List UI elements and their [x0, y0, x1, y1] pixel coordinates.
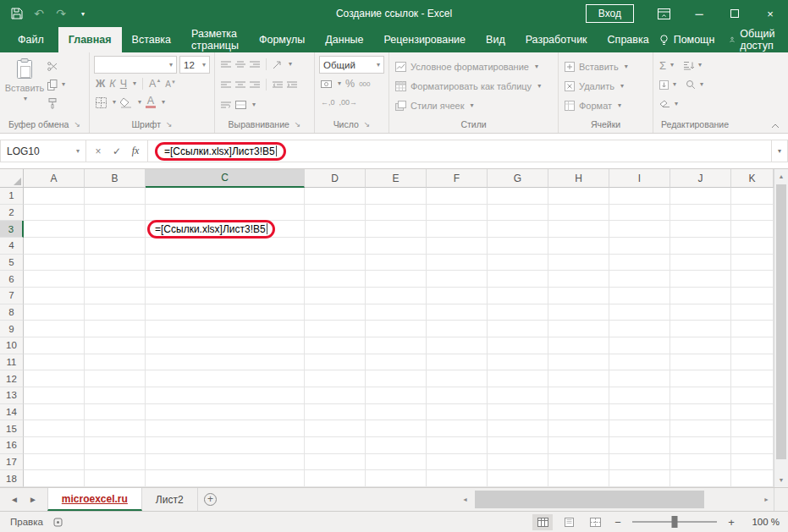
cell-J14[interactable] [670, 404, 731, 421]
cell-E4[interactable] [366, 238, 427, 255]
cell-B9[interactable] [85, 321, 146, 337]
cell-C15[interactable] [146, 420, 305, 437]
cell-E18[interactable] [366, 470, 427, 487]
row-header-10[interactable]: 10 [0, 337, 24, 354]
cell-F10[interactable] [427, 337, 488, 354]
accounting-format-button[interactable] [321, 80, 332, 88]
clear-button[interactable] [659, 100, 670, 108]
column-header-D[interactable]: D [305, 169, 366, 188]
cell-D3[interactable] [305, 221, 366, 238]
cell-J11[interactable] [670, 354, 731, 371]
cell-G15[interactable] [488, 420, 548, 437]
cell-H8[interactable] [548, 304, 609, 321]
cell-J13[interactable] [670, 387, 731, 404]
font-color-button[interactable]: А [146, 96, 156, 108]
grow-font-button[interactable]: А▲ [149, 78, 161, 90]
cell-I17[interactable] [609, 454, 670, 471]
cell-E12[interactable] [366, 370, 427, 387]
column-header-F[interactable]: F [427, 169, 488, 188]
cell-K11[interactable] [731, 354, 774, 371]
cell-F8[interactable] [427, 304, 488, 321]
collapse-ribbon-icon[interactable] [771, 123, 780, 129]
cell-C14[interactable] [146, 404, 305, 421]
cell-G16[interactable] [488, 437, 548, 454]
cell-E13[interactable] [366, 387, 427, 404]
cell-D11[interactable] [305, 354, 366, 371]
cell-J2[interactable] [670, 205, 731, 222]
cell-J3[interactable] [670, 221, 731, 238]
autosum-button[interactable]: Σ [659, 59, 666, 72]
cell-G3[interactable] [488, 221, 548, 238]
cell-G8[interactable] [488, 304, 548, 321]
cell-C7[interactable] [146, 288, 305, 304]
cell-G5[interactable] [488, 255, 548, 271]
cell-B4[interactable] [85, 238, 146, 255]
format-as-table-button[interactable]: Форматировать как таблицу▾ [394, 77, 554, 95]
cell-K1[interactable] [731, 188, 774, 205]
cell-E10[interactable] [366, 337, 427, 354]
row-header-13[interactable]: 13 [0, 387, 24, 404]
cell-B11[interactable] [85, 354, 146, 371]
cell-K14[interactable] [731, 404, 774, 421]
wrap-text-button[interactable] [221, 101, 231, 109]
cell-H7[interactable] [548, 288, 609, 304]
cell-E2[interactable] [366, 205, 427, 222]
cell-G9[interactable] [488, 321, 548, 337]
cell-D2[interactable] [305, 205, 366, 222]
cell-A1[interactable] [24, 188, 85, 205]
cell-F6[interactable] [427, 271, 488, 288]
cell-C4[interactable] [146, 238, 305, 255]
paste-button[interactable]: Вставить ▾ [4, 56, 45, 118]
cell-I15[interactable] [609, 420, 670, 437]
cell-B8[interactable] [85, 304, 146, 321]
ribbon-tab-Формулы[interactable]: Формулы [249, 27, 315, 52]
cell-K13[interactable] [731, 387, 774, 404]
column-header-K[interactable]: K [731, 169, 774, 188]
cell-E8[interactable] [366, 304, 427, 321]
ribbon-tab-Справка[interactable]: Справка [598, 27, 659, 52]
cell-H4[interactable] [548, 238, 609, 255]
cell-styles-button[interactable]: Стили ячеек▾ [394, 96, 554, 114]
cell-B1[interactable] [85, 188, 146, 205]
clipboard-dialog-launcher-icon[interactable]: ↘ [74, 120, 80, 129]
cell-K18[interactable] [731, 470, 774, 487]
cell-B3[interactable] [85, 221, 146, 238]
underline-button[interactable]: Ч [120, 78, 127, 90]
cell-B5[interactable] [85, 255, 146, 271]
cell-J17[interactable] [670, 454, 731, 471]
cell-F9[interactable] [427, 321, 488, 337]
cell-B14[interactable] [85, 404, 146, 421]
cancel-button[interactable]: × [90, 145, 107, 157]
cell-E11[interactable] [366, 354, 427, 371]
row-header-4[interactable]: 4 [0, 238, 24, 255]
zoom-slider[interactable] [632, 521, 717, 523]
ribbon-tab-Файл[interactable]: Файл [3, 27, 58, 52]
cell-I13[interactable] [609, 387, 670, 404]
sheet-tab-microexcel.ru[interactable]: microexcel.ru [47, 488, 142, 511]
cell-J16[interactable] [670, 437, 731, 454]
cell-D15[interactable] [305, 420, 366, 437]
cell-F17[interactable] [427, 454, 488, 471]
cell-K12[interactable] [731, 370, 774, 387]
align-left-button[interactable] [221, 81, 231, 89]
cell-H2[interactable] [548, 205, 609, 222]
vertical-scroll-thumb[interactable] [776, 184, 786, 459]
cell-F3[interactable] [427, 221, 488, 238]
cell-I1[interactable] [609, 188, 670, 205]
cell-J12[interactable] [670, 370, 731, 387]
cell-E14[interactable] [366, 404, 427, 421]
cell-D10[interactable] [305, 337, 366, 354]
cell-C17[interactable] [146, 454, 305, 471]
cell-A8[interactable] [24, 304, 85, 321]
row-header-17[interactable]: 17 [0, 454, 24, 471]
column-header-I[interactable]: I [609, 169, 670, 188]
cell-F11[interactable] [427, 354, 488, 371]
cell-F12[interactable] [427, 370, 488, 387]
cell-F18[interactable] [427, 470, 488, 487]
sheet-nav-left-icon[interactable]: ◄ [10, 495, 19, 504]
cell-D7[interactable] [305, 288, 366, 304]
cell-G11[interactable] [488, 354, 548, 371]
align-center-button[interactable] [235, 81, 245, 89]
cell-D6[interactable] [305, 271, 366, 288]
cell-A10[interactable] [24, 337, 85, 354]
